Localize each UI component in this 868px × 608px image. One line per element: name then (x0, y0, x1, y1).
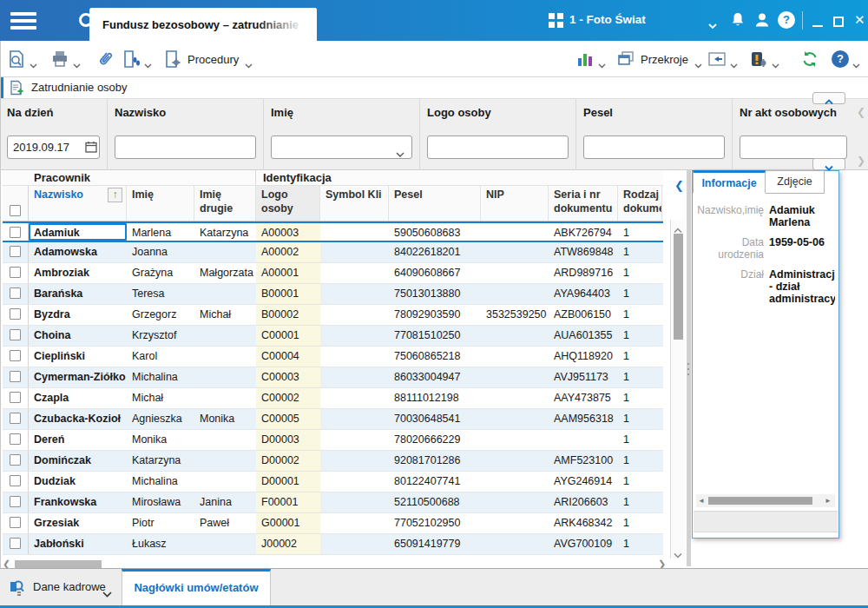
cell-nip[interactable]: 3532539250 (481, 305, 549, 325)
cell-pesel[interactable]: 78020666229 (389, 430, 481, 450)
cell-nazwisko[interactable]: Byzdra (29, 305, 127, 325)
cell-pesel[interactable]: 52110500688 (389, 492, 481, 512)
cell-nazwisko[interactable]: Choina (29, 326, 127, 346)
calendar-icon[interactable] (85, 141, 97, 153)
cell-seria[interactable]: AVJ951173 (549, 367, 618, 387)
row-checkbox[interactable] (10, 496, 21, 507)
menu-hamburger-icon[interactable] (10, 12, 36, 30)
cell-logo[interactable]: C00005 (256, 409, 320, 429)
cell-imie2[interactable] (194, 326, 256, 346)
cell-nazwisko[interactable]: Adamowska (29, 242, 127, 262)
column-header-nip[interactable]: NIP (481, 186, 549, 221)
cell-rodzaj[interactable]: 1 (618, 472, 662, 492)
row-checkbox[interactable] (10, 392, 21, 403)
company-selector[interactable]: 1 - Foto Świat (569, 13, 646, 26)
table-row[interactable]: JabłońskiŁukaszJ0000265091419779AVG70010… (3, 534, 663, 555)
chevron-down-icon[interactable] (852, 56, 860, 62)
cell-pesel[interactable]: 75013013880 (389, 284, 481, 304)
cell-imie[interactable]: Krzysztof (127, 326, 194, 346)
cell-imie[interactable]: Michalina (127, 367, 194, 387)
cell-imie[interactable]: Teresa (127, 284, 194, 304)
chevron-down-icon[interactable] (598, 56, 606, 62)
column-header-imie-drugie[interactable]: Imię drugie (194, 186, 256, 221)
row-checkbox[interactable] (10, 329, 21, 340)
cell-symbol[interactable] (320, 326, 389, 346)
cell-nip[interactable] (481, 347, 549, 367)
cell-nazwisko[interactable]: Cymerman-Ziółko (29, 367, 127, 387)
cell-symbol[interactable] (320, 263, 389, 283)
cell-pesel[interactable]: 80122407741 (389, 472, 481, 492)
cell-imie2[interactable] (194, 388, 256, 408)
cell-symbol[interactable] (320, 409, 389, 429)
window-minimize-button[interactable] (812, 25, 823, 27)
notifications-bell-icon[interactable] (729, 11, 748, 30)
user-icon[interactable] (753, 11, 773, 30)
scrollbar-thumb[interactable] (708, 497, 812, 505)
cell-seria[interactable] (549, 430, 618, 450)
chevron-down-icon[interactable] (73, 56, 81, 62)
cell-symbol[interactable] (320, 513, 389, 533)
cell-logo[interactable]: J00002 (256, 534, 320, 554)
cell-nazwisko[interactable]: Ambroziak (29, 263, 127, 283)
cell-logo[interactable]: C00002 (256, 388, 320, 408)
table-row[interactable]: AdamiukMarlenaKatarzynaA0000359050608683… (3, 221, 663, 242)
panel-splitter[interactable] (687, 170, 691, 566)
chevron-down-icon[interactable] (772, 56, 779, 62)
cell-rodzaj[interactable]: 1 (618, 242, 662, 262)
chevron-down-icon[interactable] (245, 56, 253, 62)
scrollbar-thumb[interactable] (15, 560, 102, 568)
cell-nip[interactable] (481, 513, 549, 533)
cell-imie2[interactable] (194, 430, 256, 450)
cell-rodzaj[interactable]: 1 (618, 284, 662, 304)
cell-imie[interactable]: Marlena (127, 223, 194, 241)
column-header-nazwisko[interactable]: Nazwisko ↑ (29, 186, 127, 221)
print-button[interactable] (50, 47, 81, 71)
cell-pesel[interactable]: 77052102950 (389, 513, 481, 533)
cell-nip[interactable] (481, 367, 549, 387)
cell-symbol[interactable] (320, 451, 389, 471)
cell-imie2[interactable]: Monika (194, 409, 256, 429)
preview-button[interactable] (7, 47, 37, 71)
cell-imie[interactable]: Mirosława (127, 492, 194, 512)
cell-nazwisko[interactable]: Frankowska (29, 492, 127, 512)
chevron-down-icon[interactable] (694, 56, 702, 62)
cell-imie[interactable]: Monika (127, 430, 194, 450)
row-checkbox[interactable] (10, 350, 21, 361)
cell-seria[interactable]: AMF523100 (549, 451, 618, 471)
chevron-down-icon[interactable] (144, 56, 152, 62)
tab-zdjecie[interactable]: Zdjęcie (766, 170, 825, 194)
logo-osoby-input[interactable] (427, 135, 569, 159)
cell-nazwisko[interactable]: Dereń (29, 430, 127, 450)
cell-pesel[interactable]: 88111012198 (389, 388, 481, 408)
apps-grid-icon[interactable] (549, 13, 563, 28)
workflow-button[interactable] (122, 47, 152, 71)
cell-pesel[interactable]: 78092903590 (389, 305, 481, 325)
chevron-down-icon[interactable] (730, 56, 738, 62)
cell-pesel[interactable]: 92081701286 (389, 451, 481, 471)
cell-symbol[interactable] (320, 305, 389, 325)
cell-nip[interactable] (481, 284, 549, 304)
column-header-imie[interactable]: Imię (127, 186, 194, 221)
cell-symbol[interactable] (320, 367, 389, 387)
cell-symbol[interactable] (320, 472, 389, 492)
filter-scroll-right-arrow[interactable]: ❯ (857, 155, 865, 167)
cell-symbol[interactable] (320, 242, 389, 262)
cell-imie2[interactable] (194, 451, 256, 471)
cell-imie[interactable]: Grażyna (127, 263, 194, 283)
cell-seria[interactable]: AZB006150 (549, 305, 618, 325)
cell-symbol[interactable] (320, 223, 389, 241)
cell-imie2[interactable]: Janina (194, 492, 256, 512)
table-row[interactable]: CieplińskiKarolC0000475060865218AHQ11892… (3, 347, 663, 367)
cell-seria[interactable]: ARK468342 (549, 513, 618, 533)
cell-seria[interactable]: AAM956318 (549, 409, 618, 429)
cell-symbol[interactable] (320, 430, 389, 450)
table-row[interactable]: GrzesiakPiotrPawełG0000177052102950ARK46… (3, 513, 663, 534)
cell-seria[interactable]: ARI206603 (549, 492, 618, 512)
column-header-symbol-kli[interactable]: Symbol Kli (320, 186, 389, 221)
cell-logo[interactable]: B00002 (256, 305, 320, 325)
cell-nip[interactable] (481, 242, 549, 262)
row-checkbox[interactable] (10, 227, 21, 238)
cell-rodzaj[interactable]: 1 (618, 513, 662, 533)
table-row[interactable]: FrankowskaMirosławaJaninaF00001521105006… (3, 492, 663, 513)
cell-imie[interactable]: Katarzyna (127, 451, 194, 471)
